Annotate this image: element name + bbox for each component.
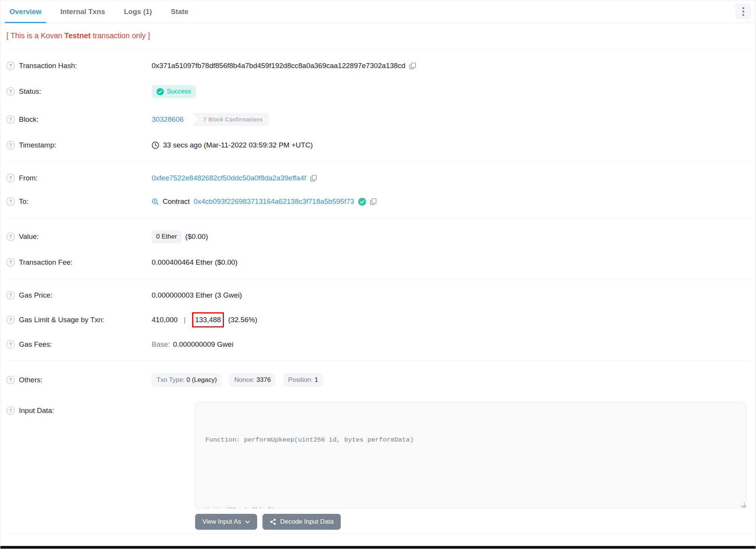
tab-internal-txns[interactable]: Internal Txns [56,1,110,23]
help-icon[interactable]: ? [6,376,15,384]
row-gas-price: ? Gas Price: 0.000000003 Ether (3 Gwei) [0,284,756,307]
group-value: ? Value: 0 Ether ($0.00) ? Transaction F… [0,218,756,279]
value-ether-badge: 0 Ether [152,230,182,243]
help-icon[interactable]: ? [6,291,15,299]
clock-icon [152,141,159,149]
row-transaction-hash: ? Transaction Hash: 0x371a51097fb78df856… [0,54,756,78]
row-transaction-fee: ? Transaction Fee: 0.000400464 Ether ($0… [0,251,756,274]
annotation-rectangle: 133,488 [192,312,224,327]
from-address-link[interactable]: 0xfee7522e8482682cf50ddc50a0f8da2a39effa… [152,174,306,182]
transaction-overview-page: Overview Internal Txns Logs (1) State [ … [0,0,756,549]
section-divider [6,534,750,534]
check-circle-icon [157,88,164,95]
copy-icon[interactable] [370,198,377,205]
transaction-fee-label: Transaction Fee: [19,258,73,267]
help-icon[interactable]: ? [6,141,15,149]
group-others-input: ? Others: Txn Type: 0 (Legacy) Nonce: 33… [0,361,756,542]
input-methodid-line: MethodID: 0x7bbaf1ea [205,504,742,509]
help-icon[interactable]: ? [6,174,15,182]
from-label: From: [19,174,38,182]
tab-state[interactable]: State [166,1,193,23]
row-to: ? To: Contract 0x4cb093f226983713164a621… [0,190,756,213]
testnet-notice: [ This is a Kovan Testnet transaction on… [0,23,756,49]
tab-logs[interactable]: Logs (1) [120,1,157,23]
row-gas-fees: ? Gas Fees: Base: 0.000000009 Gwei [0,333,756,356]
gas-used-value: 133,488 [195,316,221,324]
block-label: Block: [19,115,39,124]
zoom-search-icon[interactable] [152,198,159,205]
block-confirmations-badge: 7 Block Confirmations [192,113,269,126]
group-summary: ? Transaction Hash: 0x371a51097fb78df856… [0,50,756,161]
gas-limit-value: 410,000 [152,316,178,324]
to-address-link[interactable]: 0x4cb093f226983713164a62138c3f718a5b595f… [194,197,354,206]
gas-fees-base-value: 0.000000009 Gwei [173,340,234,349]
resize-handle-icon[interactable] [740,502,745,507]
transaction-fee-value: 0.000400464 Ether ($0.00) [152,258,238,267]
row-from: ? From: 0xfee7522e8482682cf50ddc50a0f8da… [0,166,756,190]
copy-icon[interactable] [310,175,317,182]
row-value: ? Value: 0 Ether ($0.00) [0,223,756,251]
status-label: Status: [19,87,41,96]
help-icon[interactable]: ? [6,233,15,241]
to-label: To: [19,197,28,206]
input-data-textarea[interactable]: Function: performUpkeep(uint256 id, byte… [195,402,747,509]
input-data-label: Input Data: [19,406,54,415]
gas-limit-label: Gas Limit & Usage by Txn: [19,316,104,324]
input-function-line: Function: performUpkeep(uint256 id, byte… [205,434,742,446]
view-input-as-button[interactable]: View Input As [195,514,257,530]
copy-icon[interactable] [409,62,416,70]
gas-separator: | [184,316,186,324]
value-usd: ($0.00) [185,233,208,241]
kebab-dot-icon [742,11,744,12]
chevron-down-icon [245,520,250,524]
transaction-hash-value: 0x371a51097fb78df856f8b4a7bd459f192d8cc8… [152,62,405,70]
help-icon[interactable]: ? [6,197,15,206]
block-number-link[interactable]: 30328606 [152,115,184,124]
decode-nodes-icon [270,518,276,525]
tab-bar: Overview Internal Txns Logs (1) State [0,0,756,23]
tab-overview[interactable]: Overview [5,1,46,23]
position-badge: Position: 1 [283,373,323,387]
help-icon[interactable]: ? [6,87,15,96]
timestamp-value: 33 secs ago (Mar-11-2022 03:59:32 PM +UT… [163,141,313,149]
gas-fees-label: Gas Fees: [19,340,52,349]
row-status: ? Status: Success [0,78,756,105]
row-timestamp: ? Timestamp: 33 secs ago (Mar-11-2022 03… [0,133,756,157]
help-icon[interactable]: ? [6,406,15,415]
help-icon[interactable]: ? [6,340,15,349]
txn-type-badge: Txn Type: 0 (Legacy) [152,373,222,387]
kebab-menu-button[interactable] [735,3,751,19]
gas-price-label: Gas Price: [19,291,53,299]
gas-used-percent: (32.56%) [228,316,257,324]
nonce-badge: Nonce: 3376 [229,373,275,387]
help-icon[interactable]: ? [6,258,15,267]
help-icon[interactable]: ? [6,115,15,124]
row-gas-limit-usage: ? Gas Limit & Usage by Txn: 410,000 | 13… [0,307,756,333]
timestamp-label: Timestamp: [19,141,56,149]
row-others: ? Others: Txn Type: 0 (Legacy) Nonce: 33… [0,366,756,394]
transaction-hash-label: Transaction Hash: [19,62,77,70]
value-label: Value: [19,233,39,241]
row-input-data: ? Input Data: Function: performUpkeep(ui… [0,394,756,537]
row-block: ? Block: 30328606 7 Block Confirmations [0,105,756,133]
kebab-dot-icon [742,14,744,16]
help-icon[interactable]: ? [6,316,15,324]
kebab-dot-icon [742,7,744,9]
decode-input-data-button[interactable]: Decode Input Data [262,514,341,530]
gas-fees-base-label: Base: [152,340,170,349]
group-parties: ? From: 0xfee7522e8482682cf50ddc50a0f8da… [0,162,756,218]
gas-price-value: 0.000000003 Ether (3 Gwei) [152,291,242,299]
help-icon[interactable]: ? [6,62,15,70]
to-contract-word: Contract [163,197,190,206]
others-label: Others: [19,376,42,384]
group-gas: ? Gas Price: 0.000000003 Ether (3 Gwei) … [0,279,756,361]
verified-check-icon [358,198,366,206]
status-badge: Success [152,85,196,98]
footer-bar [0,546,756,549]
